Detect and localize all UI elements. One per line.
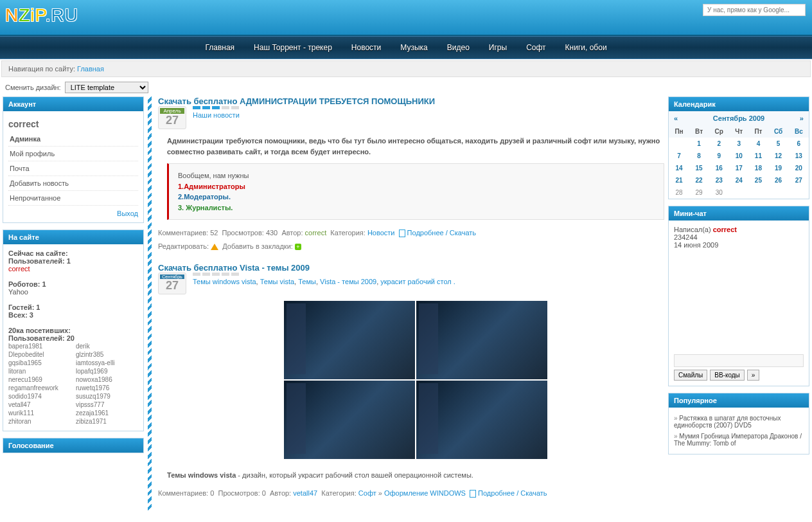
cal-prev[interactable]: « xyxy=(674,114,678,122)
online-user[interactable]: correct xyxy=(8,265,30,273)
visitor-item[interactable]: vetall47 xyxy=(8,401,71,409)
nav-main[interactable]: Главная xyxy=(205,43,234,52)
cal-day[interactable]: 17 xyxy=(736,165,743,172)
account-addnews[interactable]: Добавить новость xyxy=(10,179,69,187)
search-input[interactable] xyxy=(703,4,806,16)
nav-soft[interactable]: Софт xyxy=(526,43,545,52)
cal-day[interactable]: 4 xyxy=(757,140,761,147)
visitor-item[interactable]: susuzq1979 xyxy=(76,392,138,401)
post-tag[interactable]: Темы xyxy=(298,278,316,285)
warn-icon[interactable] xyxy=(211,244,218,250)
popular-item[interactable]: Растяжка в шпагат для восточных единобор… xyxy=(674,415,781,429)
screenshot-thumb[interactable] xyxy=(416,381,547,459)
cal-day[interactable]: 3 xyxy=(737,140,741,147)
nav-news[interactable]: Новости xyxy=(351,43,381,52)
cal-day[interactable]: 24 xyxy=(736,177,743,184)
cal-cell: 12 xyxy=(768,150,789,162)
account-admin[interactable]: Админка xyxy=(10,135,40,143)
visitor-item[interactable]: bapera1981 xyxy=(8,342,71,350)
post-tag[interactable]: украсит рабочий стол . xyxy=(380,278,455,285)
post-tag[interactable]: Темы vista xyxy=(260,278,294,285)
visitor-item[interactable]: derik xyxy=(76,342,138,350)
post-title[interactable]: Скачать бесплатно Vista - темы 2009 xyxy=(158,263,310,273)
visitor-item[interactable]: zezaja1961 xyxy=(76,409,138,417)
rating-bars[interactable] xyxy=(193,106,240,109)
cal-day[interactable]: 22 xyxy=(695,177,702,184)
post-subcat[interactable]: Оформление WINDOWS xyxy=(384,489,466,497)
post-author[interactable]: vetall47 xyxy=(293,489,317,497)
post-cat[interactable]: Софт xyxy=(358,489,376,497)
cal-day[interactable]: 1 xyxy=(697,140,701,147)
post-more[interactable]: Подробнее / Скачать xyxy=(407,229,476,237)
nav-tracker[interactable]: Наш Торрент - трекер xyxy=(254,43,332,52)
chat-bb-button[interactable]: ВВ-коды xyxy=(710,370,745,381)
cal-day[interactable]: 18 xyxy=(755,165,762,172)
breadcrumb-home[interactable]: Главная xyxy=(77,65,104,73)
cal-day[interactable]: 7 xyxy=(677,152,681,159)
cal-dow: Пн xyxy=(669,125,689,138)
visitor-item[interactable]: lopafq1969 xyxy=(76,367,138,375)
account-mail[interactable]: Почта xyxy=(10,165,30,172)
cal-day[interactable]: 12 xyxy=(775,152,782,159)
cal-day[interactable]: 6 xyxy=(797,140,801,147)
cal-day[interactable]: 14 xyxy=(675,165,682,172)
screenshot-thumb[interactable] xyxy=(284,381,415,459)
chat-smiles-button[interactable]: Смайлы xyxy=(674,370,707,381)
cal-day[interactable]: 8 xyxy=(697,152,701,159)
cal-day[interactable]: 21 xyxy=(675,177,682,184)
post-author[interactable]: correct xyxy=(305,229,327,237)
popular-item[interactable]: Мумия Гробница Императора Драконов / The… xyxy=(674,433,802,447)
nav-music[interactable]: Музыка xyxy=(400,43,427,52)
post-category[interactable]: Наши новости xyxy=(193,111,240,119)
cal-day[interactable]: 27 xyxy=(795,177,802,184)
visitor-item[interactable]: regamanfreework xyxy=(8,384,71,392)
visitor-item[interactable]: glzintr385 xyxy=(76,350,138,359)
cal-day[interactable]: 13 xyxy=(795,152,802,159)
post-tag[interactable]: Vista - темы 2009 xyxy=(320,278,376,285)
post-more[interactable]: Подробнее / Скачать xyxy=(478,489,547,497)
cal-day[interactable]: 10 xyxy=(736,152,743,159)
cal-next[interactable]: » xyxy=(800,114,804,122)
account-profile[interactable]: Мой профиль xyxy=(10,150,55,158)
visitor-item[interactable]: nerecu1969 xyxy=(8,375,71,384)
cal-day[interactable]: 20 xyxy=(795,165,802,172)
visitor-item[interactable]: ruwetq1976 xyxy=(76,384,138,392)
visitor-item[interactable]: iamtossya-elli xyxy=(76,359,138,367)
nav-video[interactable]: Видео xyxy=(447,43,470,52)
visitor-item[interactable]: vipsss777 xyxy=(76,401,138,409)
chat-send-button[interactable]: » xyxy=(747,370,760,381)
visitor-item[interactable]: wurik111 xyxy=(8,409,71,417)
cal-day[interactable]: 2 xyxy=(717,140,721,147)
post-tag[interactable]: Темы windows vista xyxy=(193,278,256,285)
visitor-item[interactable]: sodido1974 xyxy=(8,392,71,401)
cal-day[interactable]: 26 xyxy=(775,177,782,184)
screenshot-thumb[interactable] xyxy=(284,301,415,379)
design-select[interactable]: LITE template xyxy=(65,82,148,93)
account-unread[interactable]: Непрочитанное xyxy=(10,194,60,202)
visitor-item[interactable]: litoran xyxy=(8,367,71,375)
visitor-item[interactable]: gqsiba1965 xyxy=(8,359,71,367)
screenshot-thumb[interactable] xyxy=(416,301,547,379)
cal-day[interactable]: 15 xyxy=(695,165,702,172)
cal-day[interactable]: 5 xyxy=(777,140,781,147)
cal-day[interactable]: 23 xyxy=(716,177,723,184)
chat-author[interactable]: correct xyxy=(713,226,737,233)
cal-day[interactable]: 11 xyxy=(755,152,762,159)
visitor-item[interactable]: zhitoran xyxy=(8,417,71,426)
cal-day[interactable]: 16 xyxy=(716,165,723,172)
cal-day[interactable]: 25 xyxy=(755,177,762,184)
nav-games[interactable]: Игры xyxy=(489,43,507,52)
cal-day[interactable]: 9 xyxy=(717,152,721,159)
chat-input[interactable] xyxy=(674,354,804,367)
cal-day[interactable]: 19 xyxy=(775,165,782,172)
logout-link[interactable]: Выход xyxy=(117,210,138,217)
rating-bars[interactable] xyxy=(193,273,455,276)
post-cat[interactable]: Новости xyxy=(367,229,395,237)
plus-icon[interactable]: + xyxy=(295,244,301,250)
post-title[interactable]: Скачать бесплатно АДМИНИСТРАЦИИ ТРЕБУЕТС… xyxy=(158,96,435,106)
site-logo[interactable]: NZiP.RU xyxy=(5,5,78,26)
visitor-item[interactable]: nowoxa1986 xyxy=(76,375,138,384)
visitor-item[interactable]: Dlepobeditel xyxy=(8,350,71,359)
visitor-item[interactable]: zibiza1971 xyxy=(76,417,138,426)
nav-books[interactable]: Книги, обои xyxy=(565,43,607,52)
